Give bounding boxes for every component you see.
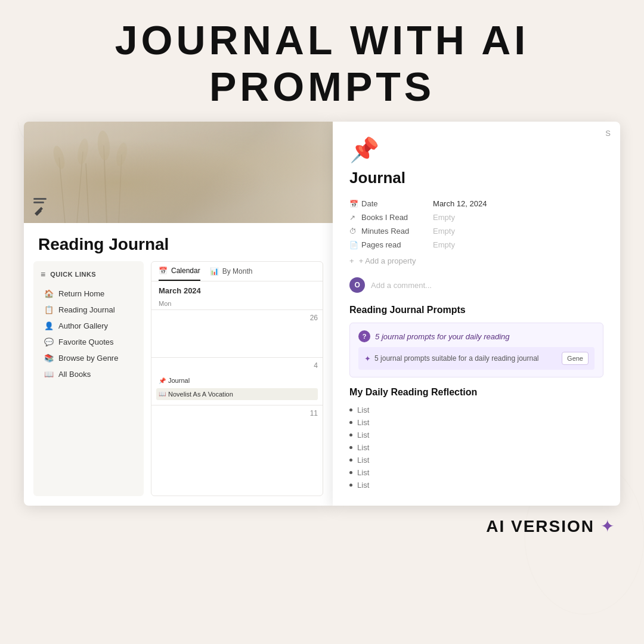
comment-placeholder[interactable]: Add a comment... xyxy=(371,281,432,290)
ql-author-gallery[interactable]: 👤 Author Gallery xyxy=(41,318,137,333)
calendar-tab[interactable]: 📅 Calendar xyxy=(159,267,200,281)
prompts-section-title: Reading Journal Prompts xyxy=(349,305,603,315)
ql-author-gallery-label: Author Gallery xyxy=(58,321,108,330)
comment-row: O Add a comment... xyxy=(349,277,603,293)
week3-date: 11 xyxy=(156,409,318,447)
edit-line-2 xyxy=(33,202,44,203)
calendar-week-2: 4 📌 Journal 📖 Novelist As A Vocation xyxy=(151,357,323,405)
journal-pin-icon-large: 📌 xyxy=(349,136,603,164)
list-item: List xyxy=(349,416,603,429)
edit-icon-overlay xyxy=(33,198,47,216)
bullet-2 xyxy=(349,421,352,424)
minutes-read-label: Minutes Read xyxy=(361,227,433,236)
ql-all-books[interactable]: 📖 All Books xyxy=(41,367,137,382)
pages-read-value: Empty xyxy=(433,240,455,249)
calendar-event-book[interactable]: 📖 Novelist As A Vocation xyxy=(156,388,318,400)
calendar-week-3: 11 xyxy=(151,405,323,453)
reading-journal-icon: 📋 xyxy=(44,305,54,314)
pages-read-label: Pages read xyxy=(361,240,433,249)
ai-prompt-text: ✦ 5 journal prompts suitable for a daily… xyxy=(364,354,539,363)
calendar-event-journal[interactable]: 📌 Journal xyxy=(156,374,318,386)
minutes-read-value: Empty xyxy=(433,227,455,236)
week2-date: 4 xyxy=(156,361,318,372)
list-item: List xyxy=(349,429,603,441)
add-property-button[interactable]: + + Add a property xyxy=(349,254,603,268)
ql-favorite-quotes-label: Favorite Quotes xyxy=(58,338,114,346)
star-icon: ✦ xyxy=(600,516,614,536)
home-icon: 🏠 xyxy=(44,289,54,298)
ql-browse-genre[interactable]: 📚 Browse by Genre xyxy=(41,351,137,366)
reflection-list: List List List List List List List xyxy=(349,404,603,491)
calendar-event-journal-label: Journal xyxy=(168,377,190,384)
sparkle-icon: ✦ xyxy=(364,354,371,363)
by-month-label: By Month xyxy=(222,267,253,275)
ql-all-books-label: All Books xyxy=(58,370,91,379)
ql-return-home-label: Return Home xyxy=(58,289,104,298)
list-item: List xyxy=(349,404,603,416)
property-books-read: ↗ Books I Read Empty xyxy=(349,213,603,222)
daily-reflection-title: My Daily Reading Reflection xyxy=(349,387,603,398)
calendar-grid: 26 4 📌 Journal 📖 Novelist As A Vocation xyxy=(151,309,323,453)
quick-links-title: QUICK LINKS xyxy=(50,271,96,278)
generate-button[interactable]: Gene xyxy=(562,352,589,365)
calendar-area: 📅 Calendar 📊 By Month March 2024 Mon 26 xyxy=(151,261,323,496)
hero-image xyxy=(24,122,333,223)
list-item: List xyxy=(349,454,603,466)
menu-icon: ≡ xyxy=(41,270,45,279)
bullet-1 xyxy=(349,408,352,411)
quick-links-header: ≡ QUICK LINKS xyxy=(41,270,137,279)
books-read-label: Books I Read xyxy=(361,213,433,222)
all-books-icon: 📖 xyxy=(44,370,54,379)
calendar-event-book-label: Novelist As A Vocation xyxy=(168,391,233,398)
add-property-icon: + xyxy=(349,256,354,265)
property-pages-read: 📄 Pages read Empty xyxy=(349,240,603,249)
bullet-4 xyxy=(349,446,352,449)
books-read-icon: ↗ xyxy=(349,213,361,222)
ai-prompt-content: 5 journal prompts suitable for a daily r… xyxy=(374,354,539,363)
week1-date: 26 xyxy=(156,314,318,351)
ql-browse-genre-label: Browse by Genre xyxy=(58,354,118,363)
calendar-tab-label: Calendar xyxy=(171,267,200,275)
minutes-read-icon: ⏱ xyxy=(349,227,361,236)
quick-links-panel: ≡ QUICK LINKS 🏠 Return Home 📋 Reading Jo… xyxy=(33,261,144,496)
corner-label: S xyxy=(605,129,611,138)
by-month-tab[interactable]: 📊 By Month xyxy=(210,267,253,281)
calendar-tab-icon: 📅 xyxy=(159,267,168,275)
svg-rect-13 xyxy=(24,122,333,223)
list-item: List xyxy=(349,479,603,491)
list-item: List xyxy=(349,466,603,479)
date-icon: 📅 xyxy=(349,200,361,208)
ql-reading-journal[interactable]: 📋 Reading Journal xyxy=(41,302,137,317)
bullet-5 xyxy=(349,459,352,462)
right-panel: S 📌 Journal 📅 Date March 12, 2024 ↗ Book… xyxy=(333,122,620,506)
comment-avatar: O xyxy=(349,277,365,293)
calendar-month-title: March 2024 xyxy=(151,281,323,298)
property-minutes-read: ⏱ Minutes Read Empty xyxy=(349,227,603,236)
content-wrapper: Reading Journal ≡ QUICK LINKS 🏠 Return H… xyxy=(0,122,644,506)
author-gallery-icon: 👤 xyxy=(44,321,54,330)
edit-pen-icon xyxy=(33,206,44,216)
calendar-week-1: 26 xyxy=(151,309,323,357)
page-title-area: Reading Journal xyxy=(24,223,333,261)
calendar-tabs: 📅 Calendar 📊 By Month xyxy=(151,262,323,281)
date-value: March 12, 2024 xyxy=(433,199,487,208)
ql-reading-journal-label: Reading Journal xyxy=(58,305,115,314)
by-month-icon: 📊 xyxy=(210,267,219,275)
bottom-section: ≡ QUICK LINKS 🏠 Return Home 📋 Reading Jo… xyxy=(24,261,333,506)
page-title: Reading Journal xyxy=(38,235,318,254)
ai-version-text: AI VERSION xyxy=(486,517,595,536)
calendar-header-row: Mon xyxy=(151,298,323,309)
main-header: JOURNAL WITH AI PROMPTS xyxy=(0,0,644,122)
bullet-7 xyxy=(349,484,352,487)
property-date: 📅 Date March 12, 2024 xyxy=(349,199,603,208)
date-label: Date xyxy=(361,199,433,208)
ql-favorite-quotes[interactable]: 💬 Favorite Quotes xyxy=(41,335,137,349)
add-property-label: + Add a property xyxy=(359,256,416,265)
edit-line-1 xyxy=(33,198,47,200)
ai-prompt-title-text: 5 journal prompts for your daily reading xyxy=(375,332,509,341)
left-panel: Reading Journal ≡ QUICK LINKS 🏠 Return H… xyxy=(24,122,333,506)
ai-badge: ? xyxy=(358,330,370,342)
book-icon: 📖 xyxy=(159,391,166,397)
genre-icon: 📚 xyxy=(44,354,54,363)
ql-return-home[interactable]: 🏠 Return Home xyxy=(41,286,137,301)
